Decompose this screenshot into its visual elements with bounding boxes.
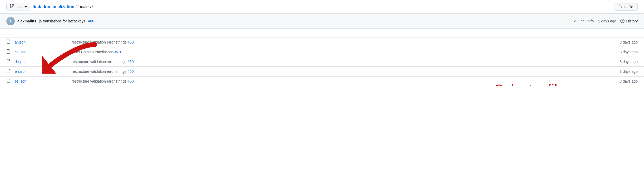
file-list: Select a file .. ar.json restructure val… bbox=[0, 29, 644, 86]
table-row: ca.json Adds Catalan translations #79 3 … bbox=[0, 47, 644, 57]
file-icon bbox=[6, 40, 11, 45]
branch-selector[interactable]: main ▾ bbox=[6, 3, 30, 11]
commit-time-ago: 2 days ago bbox=[598, 19, 616, 23]
file-pr-link[interactable]: #60 bbox=[127, 60, 133, 64]
file-commit-message: Adds Catalan translations #79 bbox=[72, 50, 602, 54]
file-age: 3 days ago bbox=[606, 40, 638, 44]
pr-link[interactable]: #86 bbox=[88, 19, 94, 23]
repo-link[interactable]: findadoc-localization bbox=[32, 4, 74, 9]
file-pr-link[interactable]: #60 bbox=[127, 79, 133, 83]
file-age: 3 days ago bbox=[606, 79, 638, 83]
branch-name: main bbox=[16, 5, 23, 9]
file-commit-message: restructure validation error strings #60 bbox=[72, 40, 602, 44]
file-name[interactable]: de.json bbox=[15, 60, 67, 64]
commit-bar-left: A alexmalins ja translations for latest … bbox=[6, 17, 94, 25]
file-commit-message: restructure validation error strings #60 bbox=[72, 69, 602, 74]
check-icon: ✓ bbox=[573, 19, 576, 23]
table-row: es.json restructure validation error str… bbox=[0, 76, 644, 86]
branch-icon bbox=[10, 4, 14, 9]
commit-bar: A alexmalins ja translations for latest … bbox=[0, 14, 644, 29]
breadcrumb-sep-1: / bbox=[75, 4, 76, 9]
file-name[interactable]: es.json bbox=[15, 79, 67, 83]
file-commit-message: restructure validation error strings #60 bbox=[72, 79, 602, 83]
go-to-file-button[interactable]: Go to file bbox=[614, 3, 638, 11]
file-commit-message: restructure validation error strings #60 bbox=[72, 60, 602, 64]
top-bar-left: main ▾ findadoc-localization / locales / bbox=[6, 3, 93, 11]
file-age: 3 days ago bbox=[606, 60, 638, 64]
file-age: 3 days ago bbox=[606, 50, 638, 54]
history-label: History bbox=[626, 19, 638, 23]
commit-bar-right: ✓ da235f5 2 days ago History bbox=[573, 19, 638, 24]
commit-hash[interactable]: da235f5 bbox=[581, 19, 594, 23]
page-container: main ▾ findadoc-localization / locales /… bbox=[0, 0, 644, 86]
file-age: 3 days ago bbox=[606, 69, 638, 74]
breadcrumb-sep-2: / bbox=[92, 4, 93, 9]
history-clock-icon bbox=[620, 19, 625, 24]
file-pr-link[interactable]: #60 bbox=[127, 69, 133, 74]
file-icon bbox=[6, 69, 11, 74]
file-name[interactable]: ar.json bbox=[15, 40, 67, 44]
commit-message: ja translations for latest keys bbox=[39, 19, 86, 23]
parent-directory-row: .. bbox=[0, 29, 644, 37]
file-icon bbox=[6, 49, 11, 55]
file-icon bbox=[6, 79, 11, 84]
table-row: de.json restructure validation error str… bbox=[0, 57, 644, 67]
table-row: en.json restructure validation error str… bbox=[0, 67, 644, 76]
chevron-down-icon: ▾ bbox=[25, 5, 27, 9]
parent-directory-link[interactable]: .. bbox=[6, 31, 9, 35]
file-icon bbox=[6, 59, 11, 64]
file-name[interactable]: en.json bbox=[15, 69, 67, 74]
top-bar: main ▾ findadoc-localization / locales /… bbox=[0, 0, 644, 14]
breadcrumb: findadoc-localization / locales / bbox=[32, 4, 93, 9]
history-button[interactable]: History bbox=[620, 19, 638, 24]
file-pr-link[interactable]: #79 bbox=[115, 50, 121, 54]
path-segment: locales bbox=[78, 4, 91, 9]
avatar: A bbox=[6, 17, 15, 25]
commit-author[interactable]: alexmalins bbox=[17, 19, 36, 23]
file-pr-link[interactable]: #60 bbox=[127, 40, 133, 44]
file-name[interactable]: ca.json bbox=[15, 50, 67, 54]
table-row: ar.json restructure validation error str… bbox=[0, 37, 644, 47]
